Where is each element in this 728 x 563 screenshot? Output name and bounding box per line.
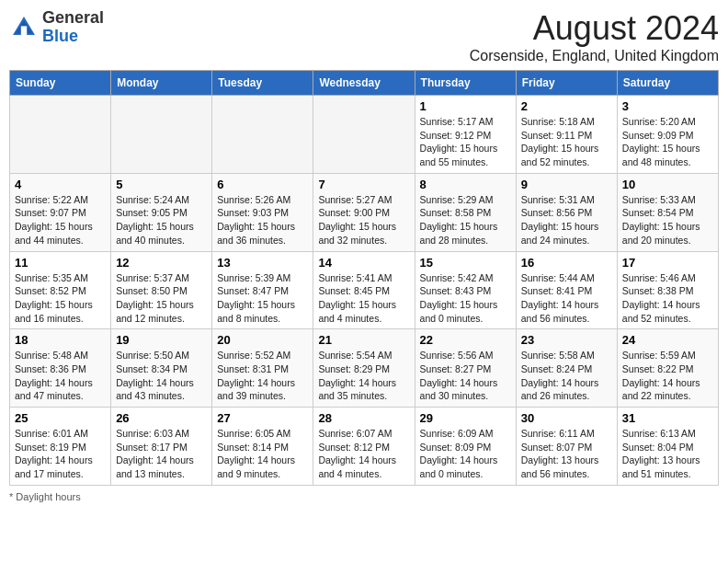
day-number: 1	[420, 99, 511, 113]
day-number: 30	[521, 411, 612, 425]
day-number: 29	[420, 411, 511, 425]
calendar-header-tuesday: Tuesday	[212, 71, 313, 96]
day-info: Sunrise: 6:13 AM Sunset: 8:04 PM Dayligh…	[622, 427, 713, 481]
calendar-cell: 23Sunrise: 5:58 AM Sunset: 8:24 PM Dayli…	[516, 329, 617, 408]
day-info: Sunrise: 5:17 AM Sunset: 9:12 PM Dayligh…	[420, 115, 511, 169]
day-info: Sunrise: 5:48 AM Sunset: 8:36 PM Dayligh…	[15, 349, 106, 403]
day-number: 21	[318, 333, 409, 347]
calendar-week-row: 18Sunrise: 5:48 AM Sunset: 8:36 PM Dayli…	[10, 329, 719, 408]
day-info: Sunrise: 5:18 AM Sunset: 9:11 PM Dayligh…	[521, 115, 612, 169]
day-number: 31	[622, 411, 713, 425]
day-number: 23	[521, 333, 612, 347]
day-number: 20	[217, 333, 308, 347]
calendar-header-saturday: Saturday	[617, 71, 718, 96]
day-number: 19	[116, 333, 207, 347]
day-info: Sunrise: 5:37 AM Sunset: 8:50 PM Dayligh…	[116, 271, 207, 326]
calendar-cell	[10, 96, 111, 174]
day-number: 2	[521, 99, 612, 113]
day-number: 12	[116, 256, 207, 270]
calendar-cell: 4Sunrise: 5:22 AM Sunset: 9:07 PM Daylig…	[10, 173, 111, 251]
day-info: Sunrise: 5:44 AM Sunset: 8:41 PM Dayligh…	[521, 271, 612, 326]
day-number: 18	[15, 333, 106, 347]
day-info: Sunrise: 6:03 AM Sunset: 8:17 PM Dayligh…	[116, 427, 207, 481]
calendar-cell: 18Sunrise: 5:48 AM Sunset: 8:36 PM Dayli…	[10, 329, 111, 408]
day-number: 8	[420, 178, 511, 191]
calendar-cell	[111, 96, 212, 174]
calendar-table: SundayMondayTuesdayWednesdayThursdayFrid…	[9, 70, 719, 486]
day-number: 6	[217, 178, 308, 191]
calendar-cell: 16Sunrise: 5:44 AM Sunset: 8:41 PM Dayli…	[516, 251, 617, 329]
day-info: Sunrise: 5:27 AM Sunset: 9:00 PM Dayligh…	[318, 193, 409, 247]
day-info: Sunrise: 5:56 AM Sunset: 8:27 PM Dayligh…	[420, 349, 511, 403]
calendar-cell: 20Sunrise: 5:52 AM Sunset: 8:31 PM Dayli…	[212, 329, 313, 408]
calendar-cell: 15Sunrise: 5:42 AM Sunset: 8:43 PM Dayli…	[415, 251, 516, 329]
day-number: 10	[622, 178, 713, 191]
day-number: 27	[217, 411, 308, 425]
calendar-week-row: 25Sunrise: 6:01 AM Sunset: 8:19 PM Dayli…	[10, 408, 719, 486]
calendar-cell: 27Sunrise: 6:05 AM Sunset: 8:14 PM Dayli…	[212, 408, 313, 486]
calendar-cell: 19Sunrise: 5:50 AM Sunset: 8:34 PM Dayli…	[111, 329, 212, 408]
calendar-cell: 1Sunrise: 5:17 AM Sunset: 9:12 PM Daylig…	[415, 96, 516, 174]
day-number: 7	[318, 178, 409, 191]
calendar-cell: 7Sunrise: 5:27 AM Sunset: 9:00 PM Daylig…	[313, 173, 415, 251]
day-number: 13	[217, 256, 308, 270]
calendar-cell: 3Sunrise: 5:20 AM Sunset: 9:09 PM Daylig…	[617, 96, 718, 174]
calendar-header-monday: Monday	[111, 71, 212, 96]
day-info: Sunrise: 5:46 AM Sunset: 8:38 PM Dayligh…	[622, 271, 713, 326]
calendar-cell: 31Sunrise: 6:13 AM Sunset: 8:04 PM Dayli…	[617, 408, 718, 486]
day-info: Sunrise: 6:07 AM Sunset: 8:12 PM Dayligh…	[318, 427, 409, 481]
logo-icon	[9, 13, 39, 42]
day-number: 25	[15, 411, 106, 425]
page-title: August 2024	[470, 9, 719, 48]
day-info: Sunrise: 6:01 AM Sunset: 8:19 PM Dayligh…	[15, 427, 106, 481]
calendar-cell: 5Sunrise: 5:24 AM Sunset: 9:05 PM Daylig…	[111, 173, 212, 251]
calendar-header-friday: Friday	[516, 71, 617, 96]
calendar-cell: 11Sunrise: 5:35 AM Sunset: 8:52 PM Dayli…	[10, 251, 111, 329]
day-info: Sunrise: 5:52 AM Sunset: 8:31 PM Dayligh…	[217, 349, 308, 403]
day-info: Sunrise: 5:54 AM Sunset: 8:29 PM Dayligh…	[318, 349, 409, 403]
calendar-cell	[313, 96, 415, 174]
logo: General Blue	[9, 9, 104, 46]
calendar-cell: 24Sunrise: 5:59 AM Sunset: 8:22 PM Dayli…	[617, 329, 718, 408]
day-number: 26	[116, 411, 207, 425]
day-info: Sunrise: 5:41 AM Sunset: 8:45 PM Dayligh…	[318, 271, 409, 326]
calendar-cell: 28Sunrise: 6:07 AM Sunset: 8:12 PM Dayli…	[313, 408, 415, 486]
day-number: 4	[15, 178, 106, 191]
day-info: Sunrise: 5:22 AM Sunset: 9:07 PM Dayligh…	[15, 193, 106, 247]
svg-rect-2	[21, 26, 27, 35]
calendar-header-thursday: Thursday	[415, 71, 516, 96]
daylight-label: Daylight hours	[16, 491, 80, 502]
calendar-cell	[212, 96, 313, 174]
day-number: 24	[622, 333, 713, 347]
day-info: Sunrise: 5:26 AM Sunset: 9:03 PM Dayligh…	[217, 193, 308, 247]
calendar-cell: 22Sunrise: 5:56 AM Sunset: 8:27 PM Dayli…	[415, 329, 516, 408]
calendar-cell: 2Sunrise: 5:18 AM Sunset: 9:11 PM Daylig…	[516, 96, 617, 174]
day-info: Sunrise: 5:58 AM Sunset: 8:24 PM Dayligh…	[521, 349, 612, 403]
calendar-week-row: 4Sunrise: 5:22 AM Sunset: 9:07 PM Daylig…	[10, 173, 719, 251]
day-info: Sunrise: 5:31 AM Sunset: 8:56 PM Dayligh…	[521, 193, 612, 247]
calendar-header-row: SundayMondayTuesdayWednesdayThursdayFrid…	[10, 71, 719, 96]
day-number: 22	[420, 333, 511, 347]
day-number: 14	[318, 256, 409, 270]
day-number: 11	[15, 256, 106, 270]
day-info: Sunrise: 5:35 AM Sunset: 8:52 PM Dayligh…	[15, 271, 106, 326]
day-info: Sunrise: 5:59 AM Sunset: 8:22 PM Dayligh…	[622, 349, 713, 403]
calendar-cell: 12Sunrise: 5:37 AM Sunset: 8:50 PM Dayli…	[111, 251, 212, 329]
day-number: 17	[622, 256, 713, 270]
logo-blue: Blue	[42, 28, 104, 46]
logo-general: General	[42, 9, 104, 28]
day-info: Sunrise: 5:33 AM Sunset: 8:54 PM Dayligh…	[622, 193, 713, 247]
calendar-cell: 30Sunrise: 6:11 AM Sunset: 8:07 PM Dayli…	[516, 408, 617, 486]
calendar-cell: 6Sunrise: 5:26 AM Sunset: 9:03 PM Daylig…	[212, 173, 313, 251]
calendar-cell: 25Sunrise: 6:01 AM Sunset: 8:19 PM Dayli…	[10, 408, 111, 486]
logo-text: General Blue	[42, 9, 104, 46]
calendar-week-row: 1Sunrise: 5:17 AM Sunset: 9:12 PM Daylig…	[10, 96, 719, 174]
calendar-cell: 9Sunrise: 5:31 AM Sunset: 8:56 PM Daylig…	[516, 173, 617, 251]
title-area: August 2024 Corsenside, England, United …	[470, 9, 719, 64]
header: General Blue August 2024 Corsenside, Eng…	[9, 9, 719, 64]
calendar-header-sunday: Sunday	[10, 71, 111, 96]
calendar-cell: 29Sunrise: 6:09 AM Sunset: 8:09 PM Dayli…	[415, 408, 516, 486]
day-number: 28	[318, 411, 409, 425]
day-number: 16	[521, 256, 612, 270]
day-info: Sunrise: 5:20 AM Sunset: 9:09 PM Dayligh…	[622, 115, 713, 169]
